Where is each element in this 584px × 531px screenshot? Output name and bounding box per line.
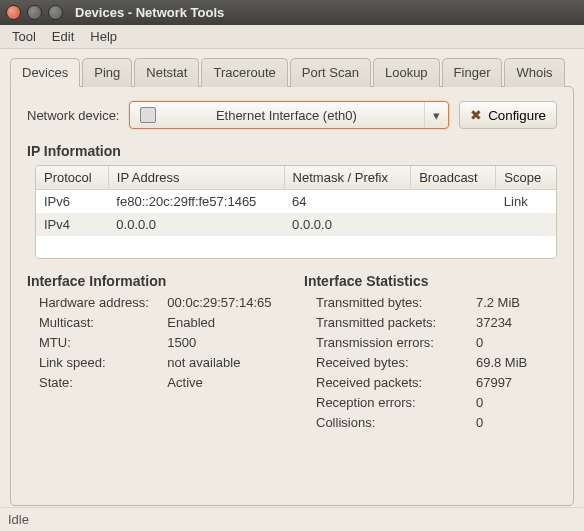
multicast-label: Multicast:	[39, 315, 157, 330]
menu-edit[interactable]: Edit	[46, 27, 80, 46]
network-device-label: Network device:	[27, 108, 119, 123]
ip-table: Protocol IP Address Netmask / Prefix Bro…	[35, 165, 557, 259]
rx-packets-label: Received packets:	[316, 375, 466, 390]
cell-scope	[496, 213, 556, 236]
menu-help[interactable]: Help	[84, 27, 123, 46]
ip-information-heading: IP Information	[27, 143, 557, 159]
hwaddr-value: 00:0c:29:57:14:65	[167, 295, 280, 310]
cell-broadcast	[411, 213, 496, 236]
table-spacer	[36, 236, 556, 258]
window-title: Devices - Network Tools	[75, 5, 578, 20]
tab-panel-devices: Network device: Ethernet Interface (eth0…	[10, 86, 574, 506]
multicast-value: Enabled	[167, 315, 280, 330]
maximize-icon[interactable]	[48, 5, 63, 20]
status-text: Idle	[8, 512, 29, 527]
collisions-label: Collisions:	[316, 415, 466, 430]
tab-ping[interactable]: Ping	[82, 58, 132, 87]
rx-packets-value: 67997	[476, 375, 557, 390]
col-protocol[interactable]: Protocol	[36, 166, 108, 190]
configure-button[interactable]: ✖ Configure	[459, 101, 557, 129]
cell-ip: 0.0.0.0	[108, 213, 284, 236]
table-row[interactable]: IPv6 fe80::20c:29ff:fe57:1465 64 Link	[36, 190, 556, 214]
cell-broadcast	[411, 190, 496, 214]
cell-ip: fe80::20c:29ff:fe57:1465	[108, 190, 284, 214]
rx-errors-value: 0	[476, 395, 557, 410]
state-value: Active	[167, 375, 280, 390]
tx-packets-value: 37234	[476, 315, 557, 330]
chevron-down-icon: ▾	[424, 102, 448, 128]
mtu-label: MTU:	[39, 335, 157, 350]
rx-bytes-label: Received bytes:	[316, 355, 466, 370]
link-speed-label: Link speed:	[39, 355, 157, 370]
interface-information: Interface Information Hardware address: …	[27, 273, 280, 430]
col-netmask[interactable]: Netmask / Prefix	[284, 166, 411, 190]
col-scope[interactable]: Scope	[496, 166, 556, 190]
status-bar: Idle	[0, 507, 584, 531]
menu-tool[interactable]: Tool	[6, 27, 42, 46]
cell-protocol: IPv6	[36, 190, 108, 214]
tab-bar: Devices Ping Netstat Traceroute Port Sca…	[10, 57, 574, 86]
rx-errors-label: Reception errors:	[316, 395, 466, 410]
link-speed-value: not available	[167, 355, 280, 370]
tx-packets-label: Transmitted packets:	[316, 315, 466, 330]
tab-traceroute[interactable]: Traceroute	[201, 58, 287, 87]
tab-portscan[interactable]: Port Scan	[290, 58, 371, 87]
configure-label: Configure	[488, 108, 546, 123]
state-label: State:	[39, 375, 157, 390]
tab-whois[interactable]: Whois	[504, 58, 564, 87]
tab-devices[interactable]: Devices	[10, 58, 80, 87]
tx-bytes-label: Transmitted bytes:	[316, 295, 466, 310]
minimize-icon[interactable]	[27, 5, 42, 20]
gear-icon: ✖	[470, 107, 482, 123]
cell-netmask: 64	[284, 190, 411, 214]
interface-statistics: Interface Statistics Transmitted bytes: …	[304, 273, 557, 430]
cell-netmask: 0.0.0.0	[284, 213, 411, 236]
hwaddr-label: Hardware address:	[39, 295, 157, 310]
table-header-row: Protocol IP Address Netmask / Prefix Bro…	[36, 166, 556, 190]
col-broadcast[interactable]: Broadcast	[411, 166, 496, 190]
rx-bytes-value: 69.8 MiB	[476, 355, 557, 370]
tab-lookup[interactable]: Lookup	[373, 58, 440, 87]
tab-netstat[interactable]: Netstat	[134, 58, 199, 87]
content-area: Devices Ping Netstat Traceroute Port Sca…	[0, 49, 584, 506]
titlebar: Devices - Network Tools	[0, 0, 584, 25]
table-row[interactable]: IPv4 0.0.0.0 0.0.0.0	[36, 213, 556, 236]
col-ip-address[interactable]: IP Address	[108, 166, 284, 190]
tab-finger[interactable]: Finger	[442, 58, 503, 87]
collisions-value: 0	[476, 415, 557, 430]
mtu-value: 1500	[167, 335, 280, 350]
menubar: Tool Edit Help	[0, 25, 584, 49]
interface-information-heading: Interface Information	[27, 273, 280, 289]
tx-errors-label: Transmission errors:	[316, 335, 466, 350]
info-columns: Interface Information Hardware address: …	[27, 273, 557, 430]
network-device-select[interactable]: Ethernet Interface (eth0) ▾	[129, 101, 449, 129]
interface-statistics-heading: Interface Statistics	[304, 273, 557, 289]
device-row: Network device: Ethernet Interface (eth0…	[27, 101, 557, 129]
tx-errors-value: 0	[476, 335, 557, 350]
network-device-value: Ethernet Interface (eth0)	[174, 108, 424, 123]
close-icon[interactable]	[6, 5, 21, 20]
nic-icon	[140, 107, 156, 123]
cell-protocol: IPv4	[36, 213, 108, 236]
cell-scope: Link	[496, 190, 556, 214]
tx-bytes-value: 7.2 MiB	[476, 295, 557, 310]
